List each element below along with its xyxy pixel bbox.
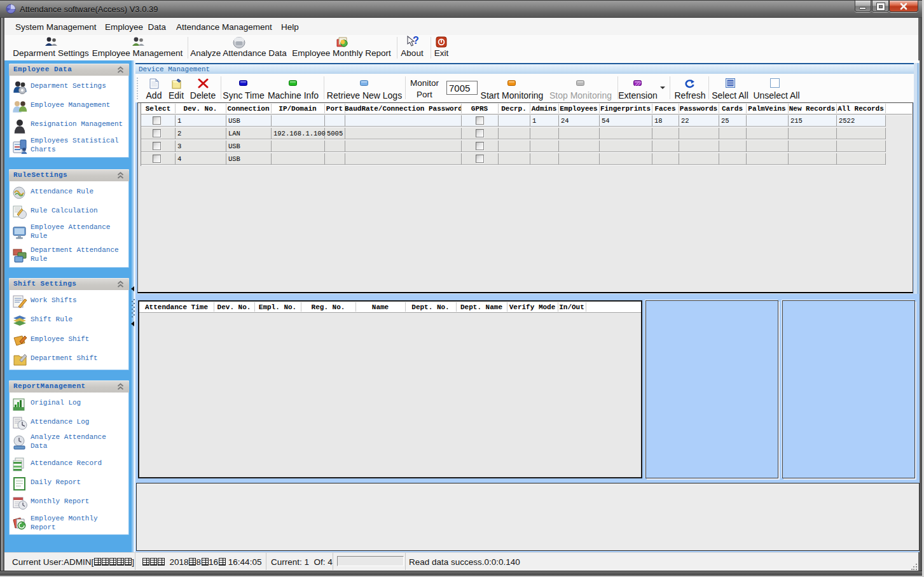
svg-text:?: ? — [413, 36, 419, 46]
